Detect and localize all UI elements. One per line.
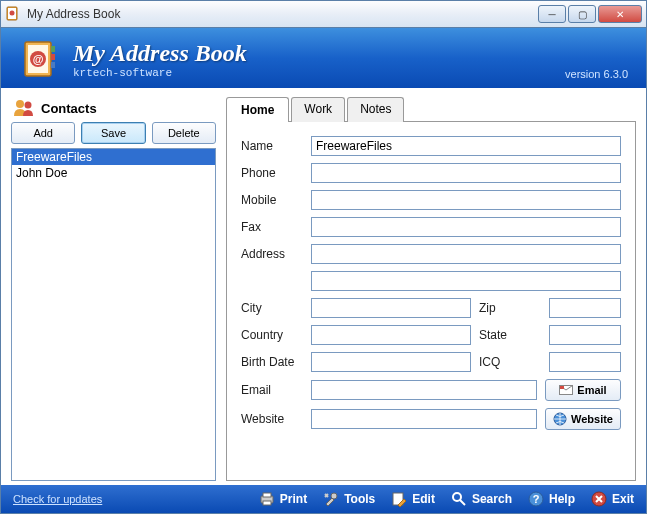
search-button[interactable]: Search [451, 491, 512, 507]
print-button[interactable]: Print [259, 491, 307, 507]
state-field[interactable] [549, 325, 621, 345]
icq-label: ICQ [479, 355, 541, 369]
tools-icon [323, 491, 339, 507]
app-header: @ My Address Book krtech-software versio… [1, 28, 646, 88]
footer-bar: Check for updates Print Tools Edit Searc… [1, 485, 646, 513]
contacts-panel: Contacts Add Save Delete FreewareFiles J… [11, 96, 216, 481]
contacts-list[interactable]: FreewareFiles John Doe [11, 148, 216, 481]
help-icon: ? [528, 491, 544, 507]
tab-work[interactable]: Work [291, 97, 345, 122]
tab-pane-home: Name Phone Mobile Fax Address [226, 121, 636, 481]
icq-field[interactable] [549, 352, 621, 372]
app-title: My Address Book [73, 40, 247, 67]
tab-bar: Home Work Notes [226, 97, 636, 122]
edit-button[interactable]: Edit [391, 491, 435, 507]
zip-field[interactable] [549, 298, 621, 318]
svg-rect-8 [51, 54, 55, 60]
tab-notes[interactable]: Notes [347, 97, 404, 122]
delete-button[interactable]: Delete [152, 122, 216, 144]
fax-field[interactable] [311, 217, 621, 237]
svg-text:?: ? [533, 493, 540, 505]
country-label: Country [241, 328, 303, 342]
add-button[interactable]: Add [11, 122, 75, 144]
email-button[interactable]: Email [545, 379, 621, 401]
address-book-icon: @ [19, 38, 61, 80]
contacts-icon [13, 98, 35, 118]
country-field[interactable] [311, 325, 471, 345]
svg-point-20 [453, 493, 461, 501]
envelope-icon [559, 385, 573, 395]
fax-label: Fax [241, 220, 303, 234]
exit-button[interactable]: Exit [591, 491, 634, 507]
help-button[interactable]: ? Help [528, 491, 575, 507]
birthdate-label: Birth Date [241, 355, 303, 369]
state-label: State [479, 328, 541, 342]
svg-text:@: @ [33, 53, 44, 65]
maximize-button[interactable]: ▢ [568, 5, 596, 23]
website-field[interactable] [311, 409, 537, 429]
minimize-button[interactable]: ─ [538, 5, 566, 23]
email-label: Email [241, 383, 303, 397]
list-item[interactable]: FreewareFiles [12, 149, 215, 165]
svg-point-11 [25, 102, 32, 109]
close-button[interactable]: ✕ [598, 5, 642, 23]
name-field[interactable] [311, 136, 621, 156]
globe-icon [553, 412, 567, 426]
svg-rect-17 [263, 501, 271, 505]
save-button[interactable]: Save [81, 122, 145, 144]
svg-rect-13 [560, 386, 564, 389]
tab-home[interactable]: Home [226, 97, 289, 122]
window-title: My Address Book [27, 7, 538, 21]
svg-point-2 [10, 11, 15, 16]
svg-point-10 [16, 100, 24, 108]
address-field-1[interactable] [311, 244, 621, 264]
website-label: Website [241, 412, 303, 426]
birthdate-field[interactable] [311, 352, 471, 372]
edit-icon [391, 491, 407, 507]
tools-button[interactable]: Tools [323, 491, 375, 507]
email-field[interactable] [311, 380, 537, 400]
website-button[interactable]: Website [545, 408, 621, 430]
svg-point-18 [331, 493, 337, 499]
printer-icon [259, 491, 275, 507]
name-label: Name [241, 139, 303, 153]
titlebar: My Address Book ─ ▢ ✕ [0, 0, 647, 28]
list-item[interactable]: John Doe [12, 165, 215, 181]
svg-rect-9 [51, 62, 55, 68]
app-icon [5, 6, 21, 22]
mobile-label: Mobile [241, 193, 303, 207]
search-icon [451, 491, 467, 507]
zip-label: Zip [479, 301, 541, 315]
version-label: version 6.3.0 [565, 68, 628, 80]
mobile-field[interactable] [311, 190, 621, 210]
check-updates-link[interactable]: Check for updates [13, 493, 102, 505]
contacts-label: Contacts [41, 101, 97, 116]
exit-icon [591, 491, 607, 507]
svg-rect-16 [263, 493, 271, 497]
phone-label: Phone [241, 166, 303, 180]
phone-field[interactable] [311, 163, 621, 183]
address-label: Address [241, 247, 303, 261]
address-field-2[interactable] [311, 271, 621, 291]
app-subtitle: krtech-software [73, 67, 247, 79]
city-field[interactable] [311, 298, 471, 318]
city-label: City [241, 301, 303, 315]
svg-rect-7 [51, 46, 55, 52]
